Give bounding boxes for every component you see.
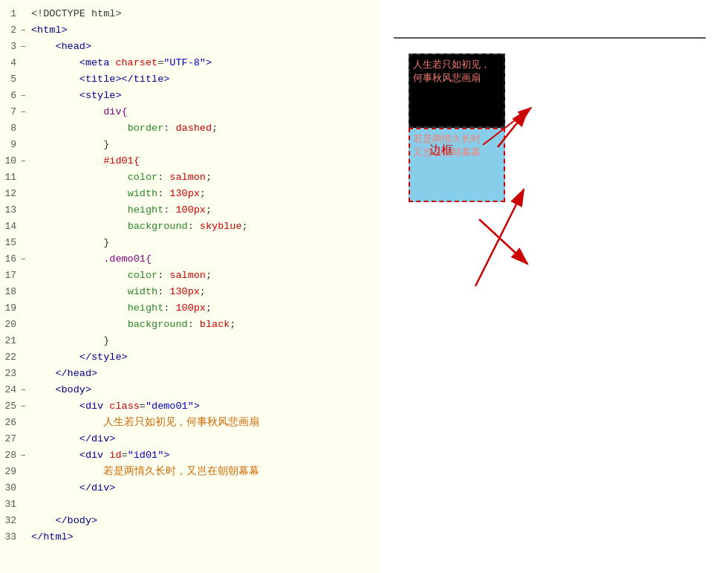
line-number: 26 bbox=[0, 415, 21, 431]
code-segment-selector: div{ bbox=[103, 106, 127, 117]
line-toggle[interactable] bbox=[21, 186, 31, 202]
line-content: <body> bbox=[31, 382, 379, 398]
line-toggle[interactable] bbox=[21, 268, 31, 284]
code-segment-plain: ; bbox=[206, 172, 212, 183]
line-toggle[interactable] bbox=[21, 349, 31, 366]
code-segment-plain: = bbox=[140, 401, 146, 412]
code-line: 9 } bbox=[0, 137, 379, 153]
code-segment-plain bbox=[31, 384, 55, 395]
line-content: width: 130px; bbox=[31, 284, 379, 300]
code-segment-plain: ; bbox=[230, 319, 235, 330]
code-segment-plain bbox=[31, 286, 128, 297]
line-toggle[interactable]: − bbox=[21, 398, 31, 415]
line-toggle[interactable]: − bbox=[21, 104, 31, 120]
code-segment-value-keyword: salmon bbox=[169, 172, 206, 183]
line-toggle[interactable] bbox=[21, 169, 31, 186]
code-line: 2−<html> bbox=[0, 22, 379, 39]
biankuang-label: 边框 bbox=[429, 143, 453, 158]
code-segment-tag: </html> bbox=[31, 531, 74, 543]
line-number: 20 bbox=[0, 317, 21, 333]
line-toggle[interactable]: − bbox=[21, 153, 31, 169]
line-content: </style> bbox=[31, 349, 379, 366]
code-line: 33 </html> bbox=[0, 529, 379, 546]
line-toggle[interactable] bbox=[21, 480, 31, 496]
line-toggle[interactable] bbox=[21, 366, 31, 382]
line-toggle[interactable] bbox=[21, 431, 31, 447]
code-segment-plain: : bbox=[157, 270, 169, 281]
code-segment-property: width bbox=[128, 188, 158, 199]
line-number: 17 bbox=[0, 268, 21, 284]
code-segment-attr-value: "id01" bbox=[128, 450, 164, 461]
line-number: 22 bbox=[0, 349, 21, 366]
code-line: 11 color: salmon; bbox=[0, 169, 379, 186]
line-toggle[interactable] bbox=[21, 202, 31, 218]
line-toggle[interactable]: − bbox=[21, 251, 31, 268]
code-segment-property: background bbox=[128, 221, 188, 232]
code-line: 25− <div class="demo01"> bbox=[0, 398, 379, 415]
line-toggle[interactable] bbox=[21, 415, 31, 431]
line-toggle[interactable]: − bbox=[21, 382, 31, 398]
line-toggle[interactable] bbox=[21, 218, 31, 235]
code-segment-plain bbox=[31, 335, 103, 346]
line-toggle[interactable] bbox=[21, 300, 31, 317]
code-segment-selector-class: .demo01{ bbox=[103, 253, 152, 265]
line-toggle[interactable] bbox=[21, 317, 31, 333]
line-content: height: 100px; bbox=[31, 300, 379, 317]
code-segment-tag: <div bbox=[79, 450, 110, 461]
code-segment-plain: : bbox=[163, 123, 175, 134]
line-toggle[interactable]: − bbox=[21, 39, 31, 55]
code-segment-tag: <style> bbox=[79, 90, 122, 101]
line-toggle[interactable] bbox=[21, 496, 31, 513]
code-segment-plain: ; bbox=[206, 204, 212, 216]
line-number: 32 bbox=[0, 513, 21, 529]
code-line: 30 </div> bbox=[0, 480, 379, 496]
line-toggle[interactable] bbox=[21, 464, 31, 480]
line-toggle[interactable] bbox=[21, 120, 31, 137]
line-content: height: 100px; bbox=[31, 202, 379, 218]
code-segment-value-keyword: black bbox=[200, 319, 230, 330]
code-segment-plain bbox=[31, 515, 55, 526]
code-line: 16− .demo01{ bbox=[0, 251, 379, 268]
line-number: 8 bbox=[0, 120, 21, 137]
line-toggle[interactable] bbox=[21, 137, 31, 153]
code-segment-tag: <div bbox=[79, 401, 110, 412]
code-segment-plain: } bbox=[103, 335, 109, 346]
code-segment-plain: = bbox=[122, 450, 128, 461]
code-line: 18 width: 130px; bbox=[0, 284, 379, 300]
line-number: 21 bbox=[0, 333, 21, 349]
code-segment-tag: </head> bbox=[55, 368, 97, 379]
line-content: 若是两情久长时，又岂在朝朝幕幕 bbox=[31, 464, 379, 480]
line-content: </div> bbox=[31, 431, 379, 447]
line-toggle[interactable] bbox=[21, 235, 31, 251]
code-segment-plain: ; bbox=[206, 270, 212, 281]
code-segment-plain: : bbox=[157, 172, 169, 183]
code-segment-plain bbox=[31, 450, 79, 461]
code-line: 4 <meta charset="UTF-8"> bbox=[0, 55, 379, 71]
code-segment-tag: </style> bbox=[79, 352, 128, 363]
code-segment-value-keyword: 100px bbox=[175, 302, 206, 314]
line-content: width: 130px; bbox=[31, 186, 379, 202]
line-toggle[interactable]: − bbox=[21, 22, 31, 39]
line-toggle[interactable] bbox=[21, 284, 31, 300]
line-number: 31 bbox=[0, 496, 21, 513]
code-line: 31 bbox=[0, 496, 379, 513]
line-toggle[interactable] bbox=[21, 6, 31, 22]
line-content: color: salmon; bbox=[31, 268, 379, 284]
code-segment-value-dashed: dashed bbox=[175, 123, 212, 134]
code-segment-value-keyword: 130px bbox=[169, 188, 200, 199]
line-toggle[interactable] bbox=[21, 529, 31, 546]
line-toggle[interactable]: − bbox=[21, 447, 31, 464]
code-segment-plain bbox=[31, 57, 79, 68]
code-segment-plain bbox=[31, 401, 79, 412]
line-toggle[interactable] bbox=[21, 333, 31, 349]
code-line: 15 } bbox=[0, 235, 379, 251]
line-number: 15 bbox=[0, 235, 21, 251]
line-toggle[interactable] bbox=[21, 71, 31, 88]
line-toggle[interactable] bbox=[21, 513, 31, 529]
demo01-box: 人生若只如初见， 何事秋风悲画扇 bbox=[409, 54, 505, 128]
demo01-text: 人生若只如初见， bbox=[413, 59, 490, 70]
code-line: 26 人生若只如初见，何事秋风悲画扇 bbox=[0, 415, 379, 431]
line-toggle[interactable]: − bbox=[21, 88, 31, 104]
code-segment-plain: ; bbox=[242, 221, 248, 232]
line-toggle[interactable] bbox=[21, 55, 31, 71]
